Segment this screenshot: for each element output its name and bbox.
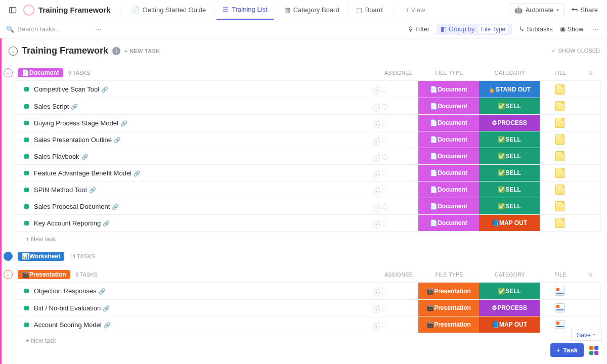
- attachment-icon[interactable]: 🔗: [89, 187, 96, 193]
- add-assignee-icon[interactable]: [378, 169, 379, 177]
- document-file-icon[interactable]: [555, 84, 565, 95]
- assignee-cell[interactable]: [378, 304, 418, 312]
- collapse-list-icon[interactable]: ⌄: [9, 47, 18, 56]
- filetype-tag[interactable]: 📄Document: [418, 181, 479, 198]
- group-collapse-icon[interactable]: ›: [4, 252, 13, 261]
- category-tag[interactable]: ⚙PROCESS: [479, 115, 540, 131]
- task-name[interactable]: Objection Responses🔗: [34, 287, 378, 295]
- show-closed-button[interactable]: ✓SHOW CLOSED: [551, 48, 600, 54]
- status-icon[interactable]: [24, 104, 29, 109]
- filetype-tag[interactable]: 📄Document: [418, 115, 479, 131]
- status-icon[interactable]: [24, 188, 29, 192]
- group-pill[interactable]: 🎬Presentation: [18, 270, 70, 279]
- task-name[interactable]: Sales Script🔗: [34, 103, 378, 110]
- presentation-file-icon[interactable]: [555, 303, 565, 312]
- task-name[interactable]: Key Account Reporting🔗: [34, 219, 378, 227]
- task-row[interactable]: Objection Responses🔗 🎬Presentation ✅SELL: [14, 283, 600, 299]
- attachment-icon[interactable]: 🔗: [71, 104, 78, 110]
- category-tag[interactable]: ⚙PROCESS: [479, 300, 540, 316]
- task-row[interactable]: Buying Process Stage Model🔗 📄Document ⚙P…: [14, 114, 600, 131]
- assignee-cell[interactable]: [378, 153, 418, 160]
- apps-grid-icon[interactable]: [588, 344, 600, 356]
- view-tab-board[interactable]: ▢Board: [350, 0, 389, 20]
- document-file-icon[interactable]: [555, 151, 565, 161]
- search-input[interactable]: [17, 25, 88, 33]
- category-tag[interactable]: ✅SELL: [479, 131, 540, 148]
- category-tag[interactable]: ✅SELL: [479, 98, 540, 114]
- attachment-icon[interactable]: 🔗: [114, 137, 121, 143]
- task-name[interactable]: Account Scoring Model🔗: [34, 321, 378, 329]
- attachment-icon[interactable]: 🔗: [101, 86, 108, 93]
- assignee-cell[interactable]: [378, 186, 418, 194]
- document-file-icon[interactable]: [555, 118, 565, 128]
- subtasks-button[interactable]: ↳Subtasks: [519, 25, 552, 33]
- task-row[interactable]: Account Scoring Model🔗 🎬Presentation 📘MA…: [14, 316, 600, 333]
- filetype-tag[interactable]: 🎬Presentation: [418, 300, 479, 316]
- task-row[interactable]: SPIN Method Tool🔗 📄Document ✅SELL: [14, 181, 600, 198]
- add-assignee-icon[interactable]: [378, 304, 379, 312]
- document-file-icon[interactable]: [555, 168, 565, 178]
- attachment-icon[interactable]: 🔗: [120, 120, 127, 126]
- add-assignee-icon[interactable]: [378, 85, 379, 94]
- group-pill[interactable]: 📊Worksheet: [18, 252, 64, 261]
- share-button[interactable]: ⮪ Share: [569, 4, 601, 16]
- save-button[interactable]: Save ⌃: [571, 330, 602, 341]
- task-name[interactable]: Feature Advantage Benefit Model🔗: [34, 169, 378, 177]
- attachment-icon[interactable]: 🔗: [112, 204, 119, 210]
- add-column-icon[interactable]: ⊕: [581, 70, 601, 76]
- presentation-file-icon[interactable]: [555, 287, 565, 296]
- assignee-cell[interactable]: [378, 103, 418, 110]
- show-button[interactable]: ◉Show: [560, 25, 583, 33]
- task-name[interactable]: Sales Presentation Outline🔗: [34, 136, 378, 144]
- add-assignee-icon[interactable]: [378, 119, 379, 127]
- category-tag[interactable]: ✅SELL: [479, 181, 540, 198]
- attachment-icon[interactable]: 🔗: [104, 322, 111, 328]
- task-name[interactable]: Bid / No-bid Evaluation🔗: [34, 304, 378, 312]
- task-row[interactable]: Sales Script🔗 📄Document ✅SELL: [14, 98, 600, 114]
- document-file-icon[interactable]: [555, 185, 565, 195]
- view-tab-category-board[interactable]: ▦Category Board: [278, 0, 345, 20]
- assignee-cell[interactable]: [378, 321, 418, 329]
- task-name[interactable]: Buying Process Stage Model🔗: [34, 119, 378, 127]
- status-icon[interactable]: [24, 171, 29, 175]
- status-icon[interactable]: [24, 87, 29, 92]
- assignee-cell[interactable]: [378, 169, 418, 177]
- assignee-cell[interactable]: [378, 85, 418, 93]
- add-assignee-icon[interactable]: [378, 186, 379, 194]
- filetype-tag[interactable]: 📄Document: [418, 81, 479, 98]
- add-assignee-icon[interactable]: [378, 152, 379, 161]
- attachment-icon[interactable]: 🔗: [103, 220, 110, 226]
- filetype-tag[interactable]: 📄Document: [418, 148, 479, 164]
- add-assignee-icon[interactable]: [378, 321, 379, 329]
- status-icon[interactable]: [24, 138, 29, 142]
- filetype-tag[interactable]: 🎬Presentation: [418, 283, 479, 299]
- category-tag[interactable]: ✅SELL: [479, 283, 540, 299]
- filetype-tag[interactable]: 🎬Presentation: [418, 316, 479, 333]
- assignee-cell[interactable]: [378, 287, 418, 295]
- filetype-tag[interactable]: 📄Document: [418, 98, 479, 114]
- new-task-button[interactable]: +Task: [550, 343, 584, 357]
- task-name[interactable]: Sales Proposal Document🔗: [34, 203, 378, 210]
- task-row[interactable]: Competitive Scan Tool🔗 📄Document 🏅STAND …: [14, 81, 600, 98]
- add-assignee-icon[interactable]: [378, 102, 379, 111]
- sidebar-toggle-icon[interactable]: [6, 4, 19, 17]
- task-name[interactable]: SPIN Method Tool🔗: [34, 186, 378, 194]
- attachment-icon[interactable]: 🔗: [99, 288, 106, 294]
- filetype-tag[interactable]: 📄Document: [418, 131, 479, 148]
- add-assignee-icon[interactable]: [378, 202, 379, 211]
- view-tab-training-list[interactable]: ☰Training List: [216, 0, 273, 20]
- add-view-button[interactable]: + View: [399, 0, 431, 20]
- attachment-icon[interactable]: 🔗: [134, 170, 141, 176]
- groupby-chip[interactable]: ◧ Group by: File Type: [437, 24, 512, 35]
- view-tab-getting-started-guide[interactable]: 📄Getting Started Guide: [125, 0, 212, 20]
- category-tag[interactable]: ✅SELL: [479, 148, 540, 164]
- document-file-icon[interactable]: [555, 101, 565, 111]
- status-icon[interactable]: [24, 323, 29, 327]
- task-row[interactable]: Feature Advantage Benefit Model🔗 📄Docume…: [14, 164, 600, 181]
- task-row[interactable]: Bid / No-bid Evaluation🔗 🎬Presentation ⚙…: [14, 299, 600, 316]
- workspace-logo[interactable]: [22, 4, 35, 17]
- category-tag[interactable]: 📘MAP OUT: [479, 316, 540, 333]
- add-assignee-icon[interactable]: [378, 287, 379, 295]
- task-row[interactable]: Sales Playbook🔗 📄Document ✅SELL: [14, 148, 600, 164]
- assignee-cell[interactable]: [378, 136, 418, 144]
